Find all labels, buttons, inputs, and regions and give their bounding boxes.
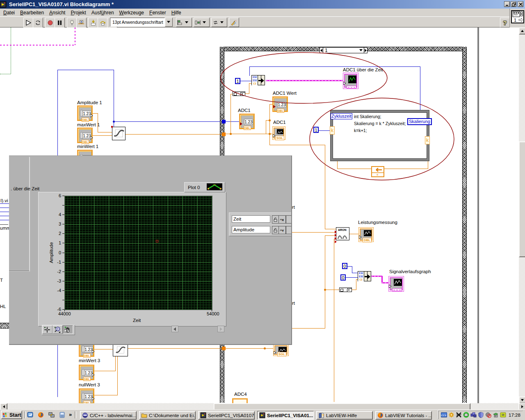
wire[interactable] [249,83,249,94]
tunnel-blue[interactable] [222,120,226,123]
sine-signal-node[interactable] [113,344,128,356]
wire[interactable] [94,349,113,349]
plot-area[interactable] [64,196,212,310]
menu-item-ansicht[interactable]: Ansicht [49,10,65,16]
clean-up-diagram-button[interactable] [229,18,239,27]
wire[interactable] [269,145,325,145]
menu-item-fenster[interactable]: Fenster [149,10,166,16]
wire[interactable] [325,235,325,329]
tray-icon-nvidia[interactable] [500,412,507,418]
wire[interactable] [346,277,358,278]
cut-wire-fragment[interactable] [0,208,9,208]
highlight-execution-button[interactable] [67,18,77,28]
formula-terminal-k-out[interactable]: k [425,136,430,144]
wire[interactable] [266,120,266,134]
wire[interactable] [349,234,358,234]
sequence-frame-selector[interactable]: 1 [323,47,364,53]
magenta-dashed-wire[interactable] [0,45,75,46]
scale-name-input-x[interactable]: Zeit [232,215,270,223]
menu-item-ausfhren[interactable]: Ausführen [91,10,114,16]
font-selector-dropdown-button[interactable] [165,18,173,27]
magenta-dashed-wire[interactable] [75,27,75,45]
graph-scroll-right-button[interactable] [217,326,224,332]
wire[interactable] [334,239,334,402]
task-button-4[interactable]: SeriellPC1_VISA01... [257,411,314,420]
formula-input-label[interactable]: Zykluszeit [331,113,352,119]
context-help-button[interactable]: ? [500,18,510,27]
wire[interactable] [325,229,336,229]
formula-output-label[interactable]: Skalierung [407,118,432,125]
formula-code-line[interactable]: int Skalierung; [354,114,381,119]
wire[interactable] [352,290,356,290]
menu-item-hilfe[interactable]: Hilfe [171,10,181,16]
wire[interactable] [93,135,112,136]
front-panel-window[interactable]: . über die Zeit643210-1-2-3-4-6440005400… [9,155,292,345]
distribute-objects-button[interactable] [194,18,210,27]
wire[interactable] [269,104,270,145]
show-desktop-quicklaunch-icon[interactable] [27,412,34,418]
wire[interactable] [94,395,118,395]
menu-item-datei[interactable]: Datei [3,10,15,16]
scale-lock-button-y[interactable] [272,226,279,234]
cluster-wire[interactable] [266,80,343,81]
formula-code-line[interactable]: k=k+1; [354,128,367,133]
wire[interactable] [325,235,336,236]
wire[interactable] [384,169,428,169]
numeric-constant[interactable]: 0 [342,263,347,269]
remote-desktop-quicklaunch-icon[interactable] [48,412,55,418]
sequence-selector-dropdown-icon[interactable] [359,49,363,52]
numeric-constant[interactable]: 0 [340,274,346,281]
step-over-button[interactable] [98,18,108,28]
wire[interactable] [356,279,356,290]
scale-format-button-y[interactable] [286,226,292,234]
wire[interactable] [94,371,116,371]
wire[interactable] [352,266,352,273]
scroll-down-button[interactable] [519,397,525,404]
numeric-constant[interactable]: 1 [313,127,319,133]
wire[interactable] [319,130,330,131]
tray-icon-blocked[interactable] [485,412,492,418]
quicklaunch-chevron[interactable]: » [69,411,72,418]
chart-indicator-terminal[interactable] [388,276,404,292]
pan-hand-tool-button[interactable] [63,325,73,334]
array-node[interactable]: ··· [339,288,352,292]
wire[interactable] [226,121,239,122]
tray-icon-cubes[interactable] [470,412,477,418]
cut-wire-fragment[interactable] [0,216,9,216]
crosshair-tool-button[interactable] [42,325,52,334]
vertical-scroll-thumb[interactable] [519,142,525,257]
zoom-tool-button[interactable] [52,325,63,334]
array-node[interactable]: ··· [233,91,245,96]
font-selector[interactable]: 13pt Anwendungsschriftart [110,18,165,27]
wire[interactable] [117,356,118,395]
numeric-control-terminal[interactable]: 1.23DBL [79,365,94,380]
menu-item-werkzeuge[interactable]: Werkzeuge [119,10,144,16]
calculator-quicklaunch-icon[interactable] [59,412,66,418]
plot-legend[interactable]: Plot 0 [184,182,225,192]
run-continuous-button[interactable] [33,18,43,28]
wire[interactable] [57,70,58,155]
wire[interactable] [114,70,114,121]
scroll-up-button[interactable] [519,27,525,34]
align-objects-button[interactable] [176,18,192,27]
sequence-next-frame-button[interactable] [364,47,368,53]
wire[interactable] [352,273,358,273]
bundle-node[interactable]: I32I32C3 [358,271,371,281]
sequence-frame-right-border[interactable] [462,47,467,403]
wire[interactable] [57,345,58,397]
numeric-control-terminal[interactable]: 1.23DBL [77,105,93,121]
cut-wire-fragment[interactable] [0,212,9,212]
graph-indicator-terminal[interactable]: DBL [358,227,374,242]
tray-icon-ccs[interactable]: CCS [441,412,447,418]
autoscale-x-button[interactable]: X [278,215,286,224]
scale-lock-button-x[interactable] [272,215,279,224]
wire[interactable] [115,356,116,371]
task-button-5[interactable]: ?LabVIEW-Hilfe [316,411,373,420]
firefox-quicklaunch-icon[interactable] [38,412,44,418]
tray-icon-usb-x[interactable] [456,412,462,418]
numeric-control-terminal[interactable]: 1.23DBL [77,128,93,143]
feedback-node[interactable]: ✳ [371,166,384,177]
wire[interactable] [126,134,222,135]
waveform-graph[interactable]: 643210-1-2-3-4-64400054000ZeitAmplitude [38,192,226,326]
cluster-wire[interactable] [381,282,388,283]
